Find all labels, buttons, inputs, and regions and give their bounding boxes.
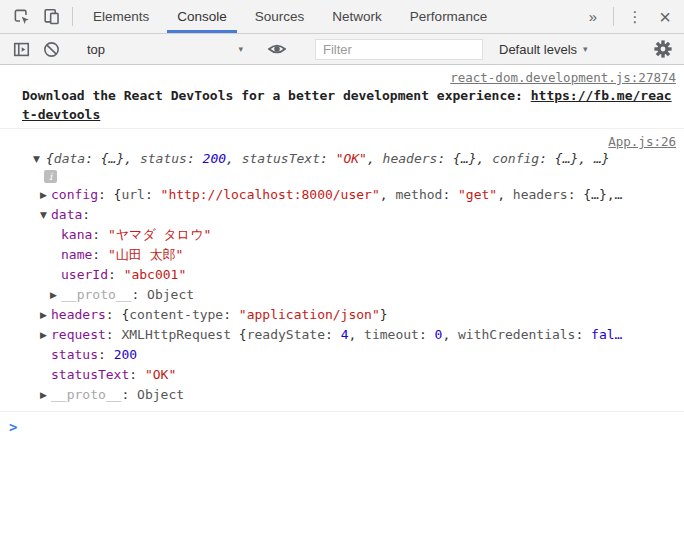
tab-performance[interactable]: Performance xyxy=(396,0,501,33)
collapse-arrow-icon[interactable]: ▼ xyxy=(40,205,51,225)
javascript-context-selector[interactable]: top ▾ xyxy=(79,38,249,60)
log-levels-label: Default levels xyxy=(499,42,577,57)
expand-arrow-icon[interactable]: ▶ xyxy=(40,185,51,205)
chevron-down-icon: ▾ xyxy=(583,44,588,54)
tab-console[interactable]: Console xyxy=(163,0,241,33)
tree-row-statusText[interactable]: ▶statusText: "OK" xyxy=(0,365,676,385)
tree-row-status[interactable]: ▶status: 200 xyxy=(0,345,676,365)
log-levels-dropdown[interactable]: Default levels ▾ xyxy=(495,42,592,57)
console-settings-gear-icon[interactable] xyxy=(648,39,678,59)
tabbar-divider xyxy=(72,7,73,26)
source-link[interactable]: App.js:26 xyxy=(608,134,676,149)
tab-strip: ElementsConsoleSourcesNetworkPerformance xyxy=(79,0,579,33)
expand-arrow-icon[interactable]: ▶ xyxy=(40,385,51,405)
tree-row-request[interactable]: ▶request: XMLHttpRequest {readyState: 4,… xyxy=(0,325,676,345)
console-message-logged-object: App.js:26 ▼{data: {…}, status: 200, stat… xyxy=(0,129,684,412)
object-preview-row[interactable]: ▼{data: {…}, status: 200, statusText: "O… xyxy=(0,150,676,168)
tabbar-left-icons xyxy=(0,0,66,33)
value-evaluated-info-icon[interactable]: i xyxy=(44,170,57,183)
live-expression-eye-icon[interactable] xyxy=(262,39,292,59)
console-toolbar: top ▾ Default levels ▾ xyxy=(0,34,684,65)
console-messages: react-dom.development.js:27874 Download … xyxy=(0,65,684,441)
tab-elements[interactable]: Elements xyxy=(79,0,163,33)
devtools-tabbar: ElementsConsoleSourcesNetworkPerformance… xyxy=(0,0,684,34)
console-message-react-devtools: react-dom.development.js:27874 Download … xyxy=(0,65,684,129)
tabbar-divider-right xyxy=(613,7,614,26)
filter-field-wrap xyxy=(315,39,483,60)
tab-network[interactable]: Network xyxy=(318,0,396,33)
inspect-element-icon[interactable] xyxy=(6,0,36,33)
tree-row-headers[interactable]: ▶headers: {content-type: "application/js… xyxy=(0,305,676,325)
more-tabs-button[interactable]: » xyxy=(579,0,607,33)
prompt-chevron-icon: > xyxy=(9,419,17,435)
clear-console-icon[interactable] xyxy=(36,40,66,59)
message-text: Download the React DevTools for a better… xyxy=(22,86,676,124)
kebab-menu-icon[interactable]: ⋮ xyxy=(620,0,650,33)
close-icon[interactable]: × xyxy=(650,0,680,33)
device-toolbar-icon[interactable] xyxy=(36,0,66,33)
expand-arrow-icon[interactable]: ▶ xyxy=(50,285,61,305)
tab-sources[interactable]: Sources xyxy=(241,0,319,33)
tree-row-data[interactable]: ▼data: xyxy=(0,205,676,225)
tabbar-right-icons: ⋮ × xyxy=(620,0,684,33)
context-label: top xyxy=(87,42,105,57)
console-sidebar-toggle-icon[interactable] xyxy=(6,40,36,59)
tree-row-userId[interactable]: ▶userId: "abc001" xyxy=(0,265,676,285)
console-prompt[interactable]: > xyxy=(0,412,684,441)
tree-row-proto[interactable]: ▶__proto__: Object xyxy=(0,385,676,405)
source-link[interactable]: react-dom.development.js:27874 xyxy=(450,70,676,85)
collapse-arrow-icon[interactable]: ▼ xyxy=(33,150,46,168)
object-preview-segments: {data: {…}, status: 200, statusText: "OK… xyxy=(46,151,610,166)
chevron-down-icon: ▾ xyxy=(238,44,243,54)
tree-row-name[interactable]: ▶name: "山田 太郎" xyxy=(0,245,676,265)
expand-arrow-icon[interactable]: ▶ xyxy=(40,305,51,325)
expand-arrow-icon[interactable]: ▶ xyxy=(40,325,51,345)
tree-row-data-proto[interactable]: ▶__proto__: Object xyxy=(0,285,676,305)
object-tree: ▶config: {url: "http://localhost:8000/us… xyxy=(0,183,676,407)
filter-input[interactable] xyxy=(315,39,483,60)
tree-row-kana[interactable]: ▶kana: "ヤマダ タロウ" xyxy=(0,225,676,245)
tree-row-config[interactable]: ▶config: {url: "http://localhost:8000/us… xyxy=(0,185,676,205)
